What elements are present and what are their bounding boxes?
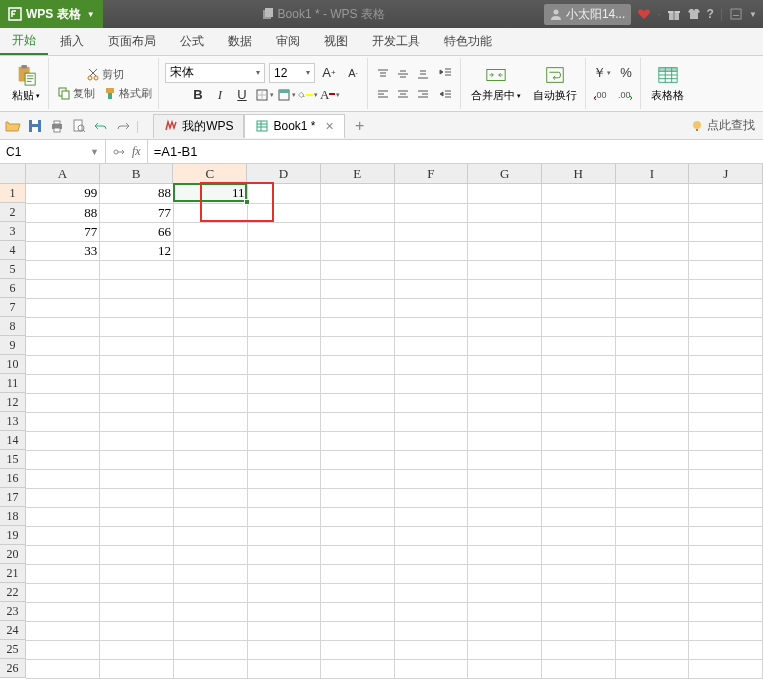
cell-E10[interactable]	[321, 355, 395, 374]
cell-J23[interactable]	[689, 602, 763, 621]
cell-G10[interactable]	[468, 355, 542, 374]
cell-G5[interactable]	[468, 260, 542, 279]
cell-I10[interactable]	[615, 355, 689, 374]
trace-icon[interactable]	[112, 145, 126, 159]
menu-tab-insert[interactable]: 插入	[48, 28, 96, 55]
cell-J13[interactable]	[689, 412, 763, 431]
cell-C22[interactable]	[173, 583, 247, 602]
cell-H15[interactable]	[542, 450, 616, 469]
cell-J16[interactable]	[689, 469, 763, 488]
fx-label[interactable]: fx	[132, 144, 141, 159]
decrease-indent-button[interactable]	[436, 63, 456, 83]
cell-H16[interactable]	[542, 469, 616, 488]
cell-A20[interactable]	[26, 545, 100, 564]
row-header-25[interactable]: 25	[0, 640, 26, 659]
cell-G4[interactable]	[468, 241, 542, 260]
cell-B19[interactable]	[100, 526, 174, 545]
cell-E19[interactable]	[321, 526, 395, 545]
cell-G17[interactable]	[468, 488, 542, 507]
formula-input[interactable]: =A1-B1	[148, 140, 763, 163]
italic-button[interactable]: I	[210, 85, 230, 105]
cell-D10[interactable]	[247, 355, 321, 374]
cell-C10[interactable]	[173, 355, 247, 374]
cell-I3[interactable]	[615, 222, 689, 241]
cell-A26[interactable]	[26, 659, 100, 678]
cell-C5[interactable]	[173, 260, 247, 279]
cell-J26[interactable]	[689, 659, 763, 678]
increase-indent-button[interactable]	[436, 85, 456, 105]
cell-A9[interactable]	[26, 336, 100, 355]
row-header-2[interactable]: 2	[0, 203, 26, 222]
cell-I23[interactable]	[615, 602, 689, 621]
cell-H19[interactable]	[542, 526, 616, 545]
cell-E22[interactable]	[321, 583, 395, 602]
cell-J12[interactable]	[689, 393, 763, 412]
cell-I15[interactable]	[615, 450, 689, 469]
cell-I8[interactable]	[615, 317, 689, 336]
row-header-9[interactable]: 9	[0, 336, 26, 355]
cell-A18[interactable]	[26, 507, 100, 526]
bold-button[interactable]: B	[188, 85, 208, 105]
cell-A14[interactable]	[26, 431, 100, 450]
menu-tab-review[interactable]: 审阅	[264, 28, 312, 55]
col-header-B[interactable]: B	[100, 164, 174, 184]
cell-A13[interactable]	[26, 412, 100, 431]
cell-F12[interactable]	[394, 393, 468, 412]
cell-A10[interactable]	[26, 355, 100, 374]
cell-F10[interactable]	[394, 355, 468, 374]
cell-E6[interactable]	[321, 279, 395, 298]
cell-B16[interactable]	[100, 469, 174, 488]
cell-J9[interactable]	[689, 336, 763, 355]
cell-A8[interactable]	[26, 317, 100, 336]
cell-A4[interactable]: 33	[26, 241, 100, 260]
cell-I24[interactable]	[615, 621, 689, 640]
cell-I16[interactable]	[615, 469, 689, 488]
col-header-A[interactable]: A	[26, 164, 100, 184]
row-header-14[interactable]: 14	[0, 431, 26, 450]
cell-I22[interactable]	[615, 583, 689, 602]
cell-G2[interactable]	[468, 203, 542, 222]
cell-D2[interactable]	[247, 203, 321, 222]
cell-F17[interactable]	[394, 488, 468, 507]
cell-C2[interactable]	[173, 203, 247, 222]
cell-F3[interactable]	[394, 222, 468, 241]
cell-A5[interactable]	[26, 260, 100, 279]
cell-E13[interactable]	[321, 412, 395, 431]
row-header-24[interactable]: 24	[0, 621, 26, 640]
cell-G21[interactable]	[468, 564, 542, 583]
cell-B4[interactable]: 12	[100, 241, 174, 260]
cell-E14[interactable]	[321, 431, 395, 450]
cell-F15[interactable]	[394, 450, 468, 469]
cell-G1[interactable]	[468, 184, 542, 203]
fill-handle[interactable]	[244, 199, 250, 205]
fill-color-button[interactable]: ▾	[298, 85, 318, 105]
cell-E8[interactable]	[321, 317, 395, 336]
cell-E3[interactable]	[321, 222, 395, 241]
row-header-22[interactable]: 22	[0, 583, 26, 602]
cell-E4[interactable]	[321, 241, 395, 260]
row-header-16[interactable]: 16	[0, 469, 26, 488]
font-color-button[interactable]: A▾	[320, 85, 340, 105]
percent-button[interactable]: %	[616, 63, 636, 83]
cell-J10[interactable]	[689, 355, 763, 374]
currency-button[interactable]: ￥▾	[592, 63, 612, 83]
copy-button[interactable]: 复制	[55, 85, 97, 102]
cell-H4[interactable]	[542, 241, 616, 260]
cell-C18[interactable]	[173, 507, 247, 526]
row-header-17[interactable]: 17	[0, 488, 26, 507]
increase-font-button[interactable]: A+	[319, 63, 339, 83]
cell-J15[interactable]	[689, 450, 763, 469]
cell-F16[interactable]	[394, 469, 468, 488]
cell-B3[interactable]: 66	[100, 222, 174, 241]
cell-B12[interactable]	[100, 393, 174, 412]
grid[interactable]: 998811887777663312	[26, 184, 763, 679]
cell-D24[interactable]	[247, 621, 321, 640]
cell-G16[interactable]	[468, 469, 542, 488]
cell-I12[interactable]	[615, 393, 689, 412]
cell-J20[interactable]	[689, 545, 763, 564]
cell-H24[interactable]	[542, 621, 616, 640]
chevron-down-icon[interactable]: ▼	[749, 10, 757, 19]
cell-H22[interactable]	[542, 583, 616, 602]
cell-D20[interactable]	[247, 545, 321, 564]
cell-D11[interactable]	[247, 374, 321, 393]
